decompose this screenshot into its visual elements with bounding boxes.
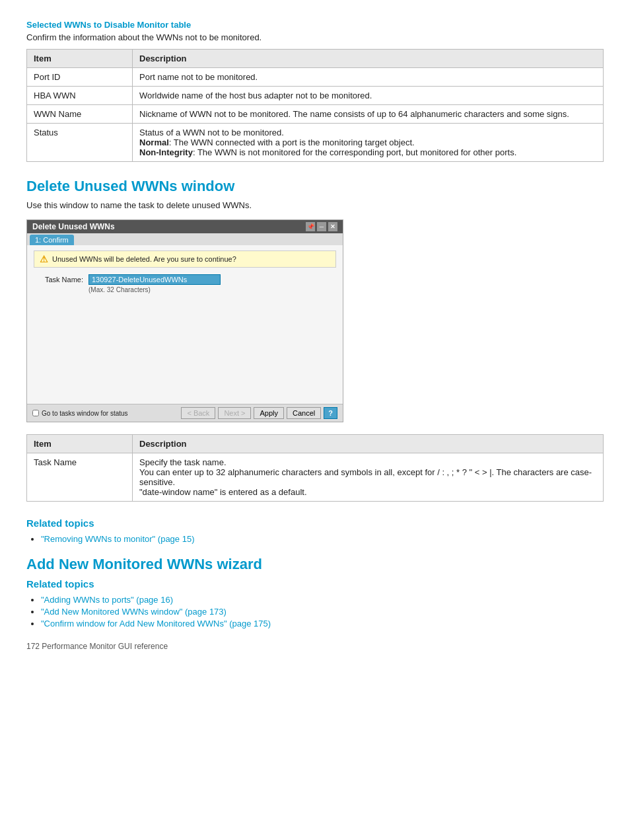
top-row4-item: Status [27, 124, 133, 162]
status-desc-normal-rest: : The WWN connected with a port is the m… [169, 137, 415, 147]
add-related-link-2[interactable]: "Add New Monitored WWNs window" (page 17… [41, 607, 227, 617]
dialog-warning-text: Unused WWNs will be deleted. Are you sur… [52, 255, 236, 263]
top-row2-item: HBA WWN [27, 87, 133, 105]
delete-table-col-item: Item [27, 435, 133, 453]
dialog-next-button[interactable]: Next > [218, 407, 251, 419]
top-row1-desc: Port name not to be monitored. [133, 68, 604, 87]
delete-row1-item: Task Name [27, 453, 133, 502]
add-related-topics-title: Related topics [26, 578, 604, 590]
dialog-apply-button[interactable]: Apply [254, 407, 284, 419]
dialog-warning-bar: ⚠ Unused WWNs will be deleted. Are you s… [34, 250, 336, 268]
top-table-col-description: Description [133, 50, 604, 68]
status-desc-line1: Status of a WWN not to be monitored. [139, 128, 284, 137]
table-row: WWN Name Nickname of WWN not to be monit… [27, 105, 604, 124]
add-related-link-1[interactable]: "Adding WWNs to ports" (page 16) [41, 595, 173, 605]
task-desc-line2: You can enter up to 32 alphanumeric char… [139, 467, 592, 487]
dialog-minimize-icon[interactable]: ─ [317, 222, 326, 231]
top-row2-desc: Worldwide name of the host bus adapter n… [133, 87, 604, 105]
delete-dialog: Delete Unused WWNs 📌 ─ ✕ 1: Confirm ⚠ Un… [26, 219, 343, 422]
add-related-link-3[interactable]: "Confirm window for Add New Monitored WW… [41, 619, 271, 629]
table-row: Task Name Specify the task name. You can… [27, 453, 604, 502]
dialog-form-hint: (Max. 32 Characters) [88, 286, 336, 293]
delete-table-col-description: Description [133, 435, 604, 453]
task-desc-line3: "date-window name" is entered as a defau… [139, 487, 307, 497]
dialog-back-button[interactable]: < Back [181, 407, 215, 419]
warning-icon: ⚠ [40, 254, 48, 264]
dialog-footer: Go to tasks window for status < Back Nex… [27, 404, 343, 422]
delete-related-topics-title: Related topics [26, 517, 604, 529]
top-row3-desc: Nickname of WWN not to be monitored. The… [133, 105, 604, 124]
delete-related-topics: Related topics "Removing WWNs to monitor… [26, 517, 604, 544]
list-item: "Add New Monitored WWNs window" (page 17… [41, 607, 604, 617]
top-subtitle: Selected WWNs to Disable Monitor table [26, 20, 604, 30]
add-section-title: Add New Monitored WWNs wizard [26, 556, 604, 573]
dialog-title: Delete Unused WWNs [32, 222, 115, 231]
delete-table: Item Description Task Name Specify the t… [26, 434, 604, 502]
delete-row1-desc: Specify the task name. You can enter up … [133, 453, 604, 502]
top-table-col-item: Item [27, 50, 133, 68]
top-intro: Confirm the information about the WWNs n… [26, 32, 604, 42]
add-section: Add New Monitored WWNs wizard Related to… [26, 556, 604, 629]
page-footer: 172 Performance Monitor GUI reference [26, 642, 604, 651]
status-desc-nonintegrity-bold: Non-Integrity [139, 147, 193, 157]
task-desc-line1: Specify the task name. [139, 457, 227, 467]
status-desc-nonintegrity-rest: : The WWN is not monitored for the corre… [193, 147, 516, 157]
dialog-close-icon[interactable]: ✕ [328, 222, 337, 231]
delete-related-topics-list: "Removing WWNs to monitor" (page 15) [26, 534, 604, 544]
dialog-status-checkbox[interactable] [32, 410, 39, 416]
list-item: "Confirm window for Add New Monitored WW… [41, 619, 604, 629]
top-row3-item: WWN Name [27, 105, 133, 124]
delete-related-link-1[interactable]: "Removing WWNs to monitor" (page 15) [41, 534, 194, 544]
dialog-tab-confirm[interactable]: 1: Confirm [30, 235, 74, 245]
dialog-form-row: Task Name: [34, 274, 336, 285]
list-item: "Removing WWNs to monitor" (page 15) [41, 534, 604, 544]
top-section: Selected WWNs to Disable Monitor table C… [26, 20, 604, 162]
delete-section: Delete Unused WWNs window Use this windo… [26, 178, 604, 544]
top-table: Item Description Port ID Port name not t… [26, 49, 604, 162]
dialog-tabs: 1: Confirm [27, 233, 343, 245]
top-row1-item: Port ID [27, 68, 133, 87]
list-item: "Adding WWNs to ports" (page 16) [41, 595, 604, 605]
dialog-body: ⚠ Unused WWNs will be deleted. Are you s… [27, 245, 343, 404]
dialog-cancel-button[interactable]: Cancel [287, 407, 321, 419]
add-related-topics-list: "Adding WWNs to ports" (page 16) "Add Ne… [26, 595, 604, 629]
dialog-status-label: Go to tasks window for status [42, 410, 128, 417]
table-row: Status Status of a WWN not to be monitor… [27, 124, 604, 162]
status-desc-normal-bold: Normal [139, 137, 169, 147]
dialog-titlebar-icons: 📌 ─ ✕ [306, 222, 337, 231]
dialog-pin-icon[interactable]: 📌 [306, 222, 315, 231]
dialog-help-button[interactable]: ? [324, 407, 337, 419]
table-row: Port ID Port name not to be monitored. [27, 68, 604, 87]
top-row4-desc: Status of a WWN not to be monitored. Nor… [133, 124, 604, 162]
dialog-footer-left: Go to tasks window for status [32, 410, 178, 417]
dialog-titlebar: Delete Unused WWNs 📌 ─ ✕ [27, 220, 343, 233]
dialog-task-label: Task Name: [34, 274, 83, 284]
dialog-task-input[interactable] [88, 274, 221, 285]
delete-section-intro: Use this window to name the task to dele… [26, 200, 604, 210]
add-related-topics: Related topics "Adding WWNs to ports" (p… [26, 578, 604, 629]
table-row: HBA WWN Worldwide name of the host bus a… [27, 87, 604, 105]
delete-section-title: Delete Unused WWNs window [26, 178, 604, 195]
